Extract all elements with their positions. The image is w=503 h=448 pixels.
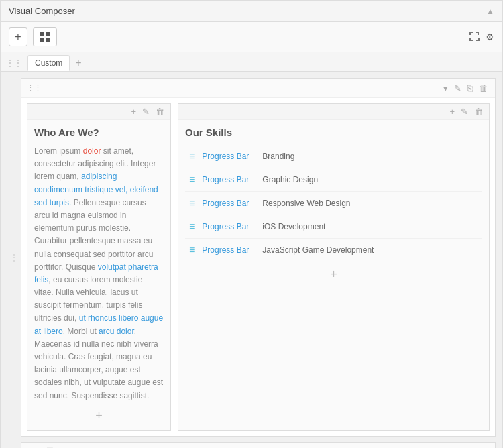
text-blue-adipiscing: adipiscing condimentum tristique vel, el… [34,172,158,207]
col-left-toolbar: + ✎ 🗑 [27,104,170,120]
custom-tab[interactable]: Custom [27,55,70,71]
main-toolbar: + ⚙ [1,22,502,52]
col-left-content: Who Are We? Lorem ipsum dolor sit amet, … [27,120,170,430]
skill-item-3: ≡ Progress Bar iOS Development [185,215,482,239]
row-1-actions: ▾ ✎ ⎘ 🗑 [441,82,490,95]
row-2-toolbar-left: ⋮⋮ ☰ + [27,445,68,448]
row-1-toolbar: ⋮⋮ ▾ ✎ ⎘ 🗑 [21,79,495,98]
row-2-dropdown-btn[interactable]: ▾ [441,445,450,448]
col-left-edit-btn[interactable]: ✎ [140,106,152,117]
column-right: + ✎ 🗑 Our Skills ≡ Progress Bar Branding [178,103,490,431]
row-2-section: ⋮⋮ ☰ + ▾ ✎ ⎘ 🗑 + ✎ [21,442,496,448]
text-blue-arcu: arcu dolor [99,327,134,336]
text-blue-volutpat: volutpat pharetra felis [34,262,158,284]
skills-heading: Our Skills [185,127,482,138]
col-right-edit-btn[interactable]: ✎ [459,106,470,117]
collapse-icon[interactable]: ▲ [486,7,494,16]
layout-grid-icon [40,32,50,42]
col-left-heading: Who Are We? [34,127,164,138]
add-tab-button[interactable]: + [72,57,84,69]
skill-icon-4: ≡ [189,244,195,256]
row-2-edit-btn[interactable]: ✎ [452,445,463,448]
row-1-inner: ⋮⋮ ▾ ✎ ⎘ 🗑 + [21,78,496,437]
row-1: ⋮ ⋮⋮ ▾ ✎ ⎘ 🗑 [7,78,496,437]
row-2-toolbar: ⋮⋮ ☰ + ▾ ✎ ⎘ 🗑 [21,443,495,448]
skill-name-4: JavaScript Game Development [262,245,374,255]
skill-label-2: Progress Bar [202,199,256,208]
skill-item-1: ≡ Progress Bar Graphic Design [185,168,482,192]
skill-item-4: ≡ Progress Bar JavaScript Game Developme… [185,239,482,262]
skill-icon-1: ≡ [189,174,195,186]
column-left: + ✎ 🗑 Who Are We? Lorem ipsum dolor sit … [27,103,171,431]
skill-label-1: Progress Bar [202,175,256,184]
toolbar-left: + [9,27,57,46]
visual-composer-window: Visual Composer ▲ + ⚙ ⋮⋮ Custom [0,0,503,448]
tab-drag-handle[interactable]: ⋮⋮ [6,58,22,68]
row-1-delete-btn[interactable]: 🗑 [477,82,490,95]
skill-icon-2: ≡ [189,197,195,209]
row-1-edit-btn[interactable]: ✎ [452,82,463,95]
row-1-toolbar-left: ⋮⋮ [27,84,42,93]
col-right-add-btn[interactable]: + [447,106,457,117]
skills-add-btn[interactable]: + [330,268,337,282]
row-1-section: ⋮⋮ ▾ ✎ ⎘ 🗑 + [21,78,496,437]
row-1-columns: + ✎ 🗑 Who Are We? Lorem ipsum dolor sit … [21,98,495,436]
skill-icon-0: ≡ [189,150,195,162]
col-left-add-btn[interactable]: + [129,106,138,117]
col-right-delete-btn[interactable]: 🗑 [472,106,485,117]
skill-item-2: ≡ Progress Bar Responsive Web Design [185,192,482,215]
row-1-dropdown-btn[interactable]: ▾ [441,82,450,95]
col-left-text: Lorem ipsum dolor sit amet, consectetur … [34,145,164,402]
col-left-add-bottom-btn[interactable]: + [95,409,103,423]
row-1-drag-handle[interactable]: ⋮ [7,78,21,437]
tab-bar: ⋮⋮ Custom + [1,52,502,72]
fullscreen-icon[interactable] [468,30,480,44]
skill-name-0: Branding [262,152,294,161]
settings-icon[interactable]: ⚙ [486,32,494,42]
layout-button[interactable] [33,27,57,46]
skill-name-2: Responsive Web Design [262,199,350,208]
window-title: Visual Composer [9,6,75,16]
plus-icon: + [15,31,21,43]
col-left-add-bottom: + [34,409,164,423]
skill-item-0: ≡ Progress Bar Branding [185,145,482,168]
row-2-delete-btn[interactable]: 🗑 [477,445,490,448]
skill-name-3: iOS Development [262,222,325,231]
row-2-add-col-btn[interactable]: + [58,445,68,448]
row-1-copy-btn[interactable]: ⎘ [465,82,475,95]
skill-icon-3: ≡ [189,221,195,233]
add-element-button[interactable]: + [9,27,27,46]
skill-label-0: Progress Bar [202,152,256,161]
toolbar-right: ⚙ [468,30,494,44]
row-2-actions: ▾ ✎ ⎘ 🗑 [441,445,490,448]
row-2-col-btn[interactable]: ☰ [44,445,56,448]
main-content: ⋮ ⋮⋮ ▾ ✎ ⎘ 🗑 [1,72,502,448]
titlebar: Visual Composer ▲ [1,1,502,22]
skill-name-1: Graphic Design [262,175,318,184]
col-right-toolbar: + ✎ 🗑 [178,104,489,120]
row-2-inner: ⋮⋮ ☰ + ▾ ✎ ⎘ 🗑 + ✎ [21,442,496,448]
skill-label-3: Progress Bar [202,222,256,231]
row-1-move-handle[interactable]: ⋮⋮ [27,84,42,93]
skill-label-4: Progress Bar [202,245,256,255]
row-2-copy-btn[interactable]: ⎘ [465,445,475,448]
row-2-drag-handle[interactable]: ⋮ [7,442,21,448]
row-2: ⋮ ⋮⋮ ☰ + ▾ ✎ ⎘ 🗑 [7,442,496,448]
skills-add-area: + [185,262,482,287]
col-right-content: Our Skills ≡ Progress Bar Branding ≡ Pro… [178,120,489,294]
text-red-dolor: dolor [83,146,101,156]
col-left-delete-btn[interactable]: 🗑 [154,106,166,117]
